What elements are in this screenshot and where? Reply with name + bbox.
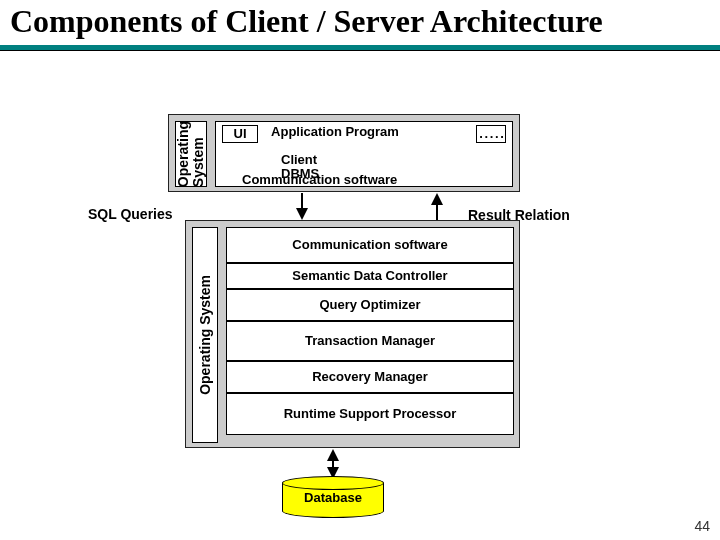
arrow-result-up xyxy=(430,193,444,220)
server-os-label: Operating System xyxy=(198,275,213,395)
slide-number: 44 xyxy=(694,518,710,534)
query-optimizer-box: Query Optimizer xyxy=(226,289,514,321)
server-os-box: Operating System xyxy=(192,227,218,443)
slide-title: Components of Client / Server Architectu… xyxy=(0,0,720,41)
server-stack: Communication software Semantic Data Con… xyxy=(226,227,514,443)
arrow-db-bidirectional xyxy=(326,449,340,479)
app-program-box: Application Program xyxy=(270,122,400,155)
database-label: Database xyxy=(282,490,384,505)
arrow-sql-down xyxy=(295,193,309,220)
client-label: Client xyxy=(281,152,317,167)
server-comm-box: Communication software xyxy=(226,227,514,263)
semantic-controller-label: Semantic Data Controller xyxy=(292,269,447,284)
ellipsis-box: . . . . . xyxy=(476,125,506,143)
client-content-box: UI Application Program . . . . . Client … xyxy=(215,121,513,187)
ui-box: UI xyxy=(222,125,258,143)
server-block: Operating System Communication software … xyxy=(185,220,520,448)
semantic-controller-box: Semantic Data Controller xyxy=(226,263,514,289)
server-comm-label: Communication software xyxy=(292,238,447,253)
recovery-manager-label: Recovery Manager xyxy=(312,370,428,385)
client-block: Operating System UI Application Program … xyxy=(168,114,520,192)
database-cylinder: Database xyxy=(282,476,384,518)
runtime-processor-box: Runtime Support Processor xyxy=(226,393,514,435)
runtime-processor-label: Runtime Support Processor xyxy=(284,407,457,422)
client-os-label: Operating System xyxy=(176,121,205,187)
title-underline-thin xyxy=(0,50,720,51)
client-comm-label: Communication software xyxy=(242,172,397,187)
transaction-manager-label: Transaction Manager xyxy=(305,334,435,349)
client-os-box: Operating System xyxy=(175,121,207,187)
transaction-manager-box: Transaction Manager xyxy=(226,321,514,361)
query-optimizer-label: Query Optimizer xyxy=(319,298,420,313)
recovery-manager-box: Recovery Manager xyxy=(226,361,514,393)
sql-queries-label: SQL Queries xyxy=(88,206,173,222)
